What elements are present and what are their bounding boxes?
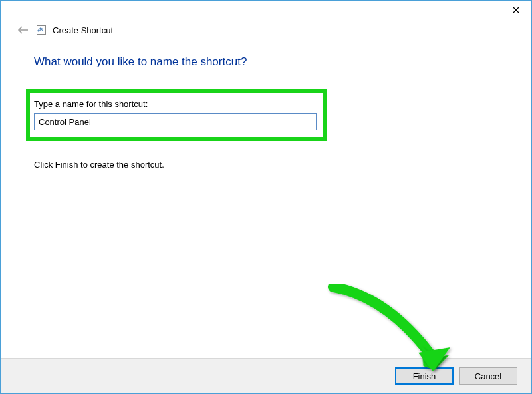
finish-button[interactable]: Finish	[395, 367, 454, 385]
close-button[interactable]	[501, 1, 531, 19]
shortcut-name-label: Type a name for this shortcut:	[34, 99, 317, 109]
header-row: Create Shortcut	[1, 22, 531, 38]
shortcut-icon	[37, 25, 46, 35]
page-heading: What would you like to name the shortcut…	[34, 55, 498, 69]
back-button[interactable]	[17, 23, 30, 37]
cancel-button[interactable]: Cancel	[459, 367, 517, 385]
titlebar	[1, 1, 531, 21]
annotation-highlight: Type a name for this shortcut:	[26, 89, 327, 141]
window-title: Create Shortcut	[53, 25, 113, 35]
footer-bar: Finish Cancel	[1, 358, 531, 393]
back-arrow-icon	[17, 25, 29, 35]
instruction-text: Click Finish to create the shortcut.	[34, 160, 498, 170]
content-area: What would you like to name the shortcut…	[1, 38, 531, 170]
close-icon	[512, 6, 520, 14]
shortcut-name-input[interactable]	[34, 113, 317, 130]
